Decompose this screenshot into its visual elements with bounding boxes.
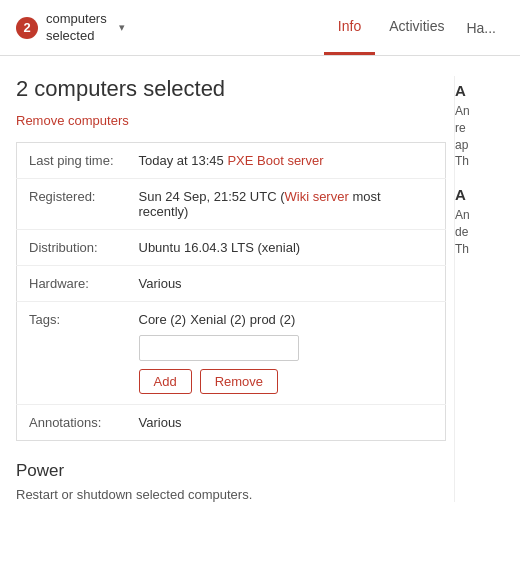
tag-input[interactable] — [139, 335, 299, 361]
distribution-text: Ubuntu 16.04.3 LTS (xenial) — [139, 240, 301, 255]
label-hardware: Hardware: — [17, 266, 127, 302]
header-nav: Info Activities Ha... — [324, 0, 504, 55]
tag-buttons: Add Remove — [139, 369, 434, 394]
registered-text: Sun 24 Sep, 21:52 UTC ( — [139, 189, 285, 204]
activity-letter-2: A — [455, 184, 504, 205]
main-content: 2 computers selected Remove computers La… — [0, 56, 520, 522]
header: 2 computers selected ▾ Info Activities H… — [0, 0, 520, 56]
label-distribution: Distribution: — [17, 230, 127, 266]
remove-tag-button[interactable]: Remove — [200, 369, 278, 394]
annotations-text: Various — [139, 415, 182, 430]
add-tag-button[interactable]: Add — [139, 369, 192, 394]
value-hardware: Various — [127, 266, 446, 302]
value-annotations: Various — [127, 405, 446, 441]
value-last-ping: Today at 13:45 PXE Boot server — [127, 143, 446, 179]
tag-xenial: Xenial (2) — [190, 312, 246, 327]
header-left: 2 computers selected ▾ — [16, 11, 125, 45]
table-row: Last ping time: Today at 13:45 PXE Boot … — [17, 143, 446, 179]
value-registered: Sun 24 Sep, 21:52 UTC (Wiki server most … — [127, 179, 446, 230]
content-area: 2 computers selected Remove computers La… — [16, 76, 446, 502]
value-tags: Core (2) Xenial (2) prod (2) Add Remove — [127, 302, 446, 405]
pxe-boot-server-link[interactable]: PXE Boot server — [227, 153, 323, 168]
label-last-ping: Last ping time: — [17, 143, 127, 179]
table-row: Distribution: Ubuntu 16.04.3 LTS (xenial… — [17, 230, 446, 266]
label-tags: Tags: — [17, 302, 127, 405]
right-panel: A AnreapTh A AndeTh — [454, 76, 504, 502]
activity-letter-1: A — [455, 80, 504, 101]
activity-text-1: AnreapTh — [455, 103, 504, 170]
header-title: computers selected — [46, 11, 107, 45]
label-registered: Registered: — [17, 179, 127, 230]
wiki-server-link[interactable]: Wiki server — [284, 189, 348, 204]
label-annotations: Annotations: — [17, 405, 127, 441]
hardware-text: Various — [139, 276, 182, 291]
info-table: Last ping time: Today at 13:45 PXE Boot … — [16, 142, 446, 441]
tags-list: Core (2) Xenial (2) prod (2) — [139, 312, 434, 327]
activity-block-2: A AndeTh — [455, 184, 504, 257]
selected-badge: 2 — [16, 17, 38, 39]
last-ping-text: Today at 13:45 — [139, 153, 228, 168]
tab-hardware-partial[interactable]: Ha... — [458, 0, 504, 55]
tab-info[interactable]: Info — [324, 0, 375, 55]
power-description: Restart or shutdown selected computers. — [16, 487, 446, 502]
table-row: Annotations: Various — [17, 405, 446, 441]
tag-prod: prod (2) — [250, 312, 296, 327]
chevron-down-icon[interactable]: ▾ — [119, 21, 125, 34]
activity-block-1: A AnreapTh — [455, 80, 504, 170]
table-row: Hardware: Various — [17, 266, 446, 302]
table-row-tags: Tags: Core (2) Xenial (2) prod (2) Add R… — [17, 302, 446, 405]
tag-core: Core (2) — [139, 312, 187, 327]
activity-text-2: AndeTh — [455, 207, 504, 257]
power-title: Power — [16, 461, 446, 481]
remove-computers-link[interactable]: Remove computers — [16, 113, 129, 128]
page-title: 2 computers selected — [16, 76, 446, 102]
tab-activities[interactable]: Activities — [375, 0, 458, 55]
power-section: Power Restart or shutdown selected compu… — [16, 461, 446, 502]
table-row: Registered: Sun 24 Sep, 21:52 UTC (Wiki … — [17, 179, 446, 230]
value-distribution: Ubuntu 16.04.3 LTS (xenial) — [127, 230, 446, 266]
